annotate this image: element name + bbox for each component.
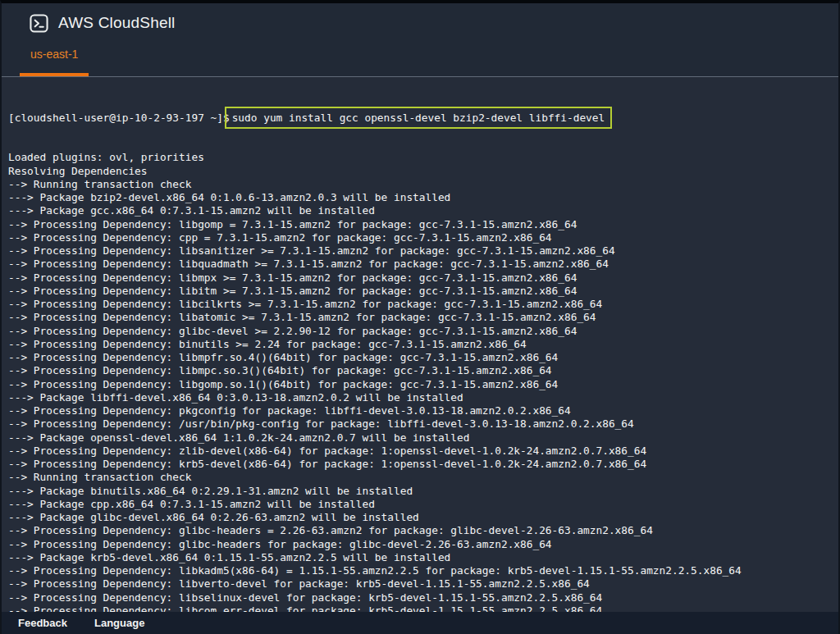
terminal-output-line: ---> Package libffi-devel.x86_64 0:3.0.1… <box>8 391 832 404</box>
terminal-output-line: --> Processing Dependency: libselinux-de… <box>8 591 832 604</box>
terminal-output: Loaded plugins: ovl, prioritiesResolving… <box>8 151 832 612</box>
terminal-output-line: --> Processing Dependency: libsanitizer … <box>8 244 832 258</box>
language-button[interactable]: Language <box>94 617 144 629</box>
terminal-output-line: --> Processing Dependency: libgomp.so.1(… <box>8 378 832 391</box>
terminal-output-line: --> Processing Dependency: libkadm5(x86-… <box>8 564 832 577</box>
terminal[interactable]: [cloudshell-user@ip-10-2-93-197 ~]$sudo … <box>2 77 838 612</box>
terminal-output-line: --> Processing Dependency: cpp = 7.3.1-1… <box>8 231 832 244</box>
terminal-output-line: --> Processing Dependency: libitm >= 7.3… <box>8 285 832 298</box>
active-tab-indicator <box>20 73 89 76</box>
terminal-output-line: --> Processing Dependency: glibc-devel >… <box>8 325 832 338</box>
terminal-output-line: --> Processing Dependency: libverto-deve… <box>8 577 832 591</box>
terminal-output-line: --> Processing Dependency: libcilkrts >=… <box>8 298 832 311</box>
terminal-output-line: --> Processing Dependency: /usr/bin/pkg-… <box>8 417 832 431</box>
terminal-output-line: --> Processing Dependency: libquadmath >… <box>8 258 832 271</box>
app-title: AWS CloudShell <box>58 14 176 32</box>
terminal-output-line: --> Processing Dependency: krb5-devel(x8… <box>8 458 832 471</box>
tab-bar: us-east-1 <box>2 43 838 77</box>
cloudshell-window: AWS CloudShell us-east-1 [cloudshell-use… <box>0 0 840 634</box>
terminal-output-line: --> Processing Dependency: libgomp = 7.3… <box>8 218 832 231</box>
terminal-output-line: --> Processing Dependency: glibc-headers… <box>8 538 832 551</box>
terminal-output-line: ---> Package cpp.x86_64 0:7.3.1-15.amzn2… <box>8 498 832 511</box>
cloudshell-terminal-icon <box>30 14 48 33</box>
region-tab[interactable]: us-east-1 <box>20 42 89 76</box>
region-tab-label: us-east-1 <box>30 48 78 71</box>
terminal-output-line: ---> Package glibc-devel.x86_64 0:2.26-6… <box>8 511 832 524</box>
terminal-output-line: ---> Package gcc.x86_64 0:7.3.1-15.amzn2… <box>8 204 832 217</box>
terminal-output-line: --> Running transaction check <box>8 178 832 191</box>
terminal-prompt: [cloudshell-user@ip-10-2-93-197 ~]$ <box>8 112 230 124</box>
terminal-output-line: --> Running transaction check <box>8 471 832 484</box>
terminal-output-line: --> Processing Dependency: libmpx >= 7.3… <box>8 271 832 285</box>
terminal-output-line: Resolving Dependencies <box>8 165 832 178</box>
terminal-output-line: --> Processing Dependency: libmpfr.so.4(… <box>8 351 832 364</box>
command-highlight-box: sudo yum install gcc openssl-devel bzip2… <box>230 112 608 124</box>
terminal-command-line: [cloudshell-user@ip-10-2-93-197 ~]$sudo … <box>8 112 832 125</box>
terminal-output-line: ---> Package bzip2-devel.x86_64 0:1.0.6-… <box>8 191 832 204</box>
terminal-output-line: --> Processing Dependency: libcom_err-de… <box>8 604 832 612</box>
terminal-output-line: ---> Package openssl-devel.x86_64 1:1.0.… <box>8 431 832 445</box>
terminal-output-line: ---> Package binutils.x86_64 0:2.29.1-31… <box>8 485 832 498</box>
terminal-output-line: --> Processing Dependency: binutils >= 2… <box>8 338 832 351</box>
terminal-output-line: ---> Package krb5-devel.x86_64 0:1.15.1-… <box>8 551 832 564</box>
app-header: AWS CloudShell <box>2 3 838 43</box>
footer-bar: Feedback Language <box>2 612 838 634</box>
terminal-output-line: --> Processing Dependency: libmpc.so.3()… <box>8 364 832 377</box>
feedback-button[interactable]: Feedback <box>18 617 67 629</box>
terminal-output-line: Loaded plugins: ovl, priorities <box>8 151 832 164</box>
terminal-output-line: --> Processing Dependency: pkgconfig for… <box>8 404 832 417</box>
terminal-output-line: --> Processing Dependency: zlib-devel(x8… <box>8 445 832 458</box>
terminal-output-line: --> Processing Dependency: libatomic >= … <box>8 311 832 324</box>
terminal-output-line: --> Processing Dependency: glibc-headers… <box>8 524 832 537</box>
